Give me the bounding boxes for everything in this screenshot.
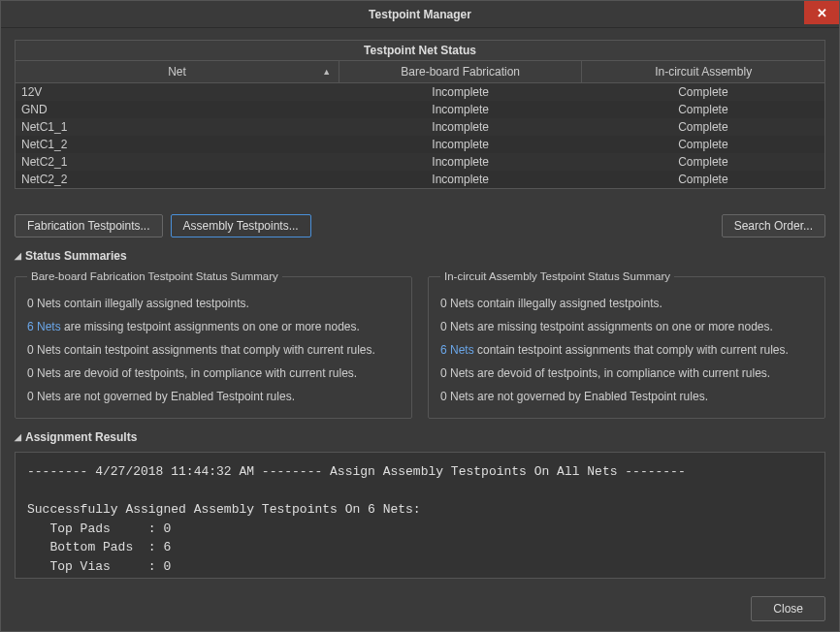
fabrication-summary-legend: Bare-board Fabrication Testpoint Status …: [27, 270, 282, 282]
cell-net: NetC2_2: [16, 171, 339, 188]
sort-asc-icon: ▲: [322, 67, 331, 77]
cell-asm: Complete: [582, 101, 824, 118]
assembly-summary-box: In-circuit Assembly Testpoint Status Sum…: [428, 270, 825, 419]
assembly-summary-line: 6 Nets contain testpoint assignments tha…: [440, 338, 813, 362]
table-row[interactable]: NetC2_1IncompleteComplete: [16, 153, 824, 171]
window-close-button[interactable]: ✕: [804, 1, 839, 24]
fabrication-summary-box: Bare-board Fabrication Testpoint Status …: [15, 270, 412, 419]
search-order-button[interactable]: Search Order...: [722, 214, 825, 237]
cell-net: NetC2_1: [16, 153, 339, 171]
assembly-summary-line: 0 Nets are not governed by Enabled Testp…: [440, 385, 813, 408]
cell-net: NetC1_2: [16, 136, 339, 153]
table-row[interactable]: NetC1_1IncompleteComplete: [16, 118, 824, 136]
summary-text: are not governed by Enabled Testpoint ru…: [61, 390, 295, 403]
collapse-icon: ◢: [15, 432, 21, 442]
net-status-table: Net ▲ Bare-board Fabrication In-circuit …: [16, 61, 824, 188]
table-row[interactable]: NetC2_2IncompleteComplete: [16, 171, 824, 188]
nets-count: 0 Nets: [27, 390, 61, 403]
cell-fab: Incomplete: [339, 153, 582, 171]
status-summaries-header[interactable]: ◢ Status Summaries: [15, 249, 825, 263]
fabrication-summary-line: 0 Nets are devoid of testpoints, in comp…: [27, 362, 400, 385]
column-header-net[interactable]: Net ▲: [16, 61, 339, 83]
cell-net: GND: [16, 101, 339, 118]
cell-fab: Incomplete: [339, 171, 582, 188]
net-status-table-wrap: Testpoint Net Status Net ▲ Bare-board Fa…: [15, 40, 825, 189]
assembly-summary-legend: In-circuit Assembly Testpoint Status Sum…: [440, 270, 674, 282]
table-row[interactable]: NetC1_2IncompleteComplete: [16, 136, 824, 153]
summary-text: are devoid of testpoints, in compliance …: [61, 366, 357, 380]
cell-net: 12V: [16, 83, 339, 102]
summary-text: are not governed by Enabled Testpoint ru…: [474, 390, 708, 403]
summary-text: are missing testpoint assignments on one…: [474, 320, 773, 333]
fabrication-summary-line: 0 Nets contain illegally assigned testpo…: [27, 292, 400, 315]
fabrication-summary-line: 0 Nets contain testpoint assignments tha…: [27, 338, 400, 362]
cell-fab: Incomplete: [339, 101, 582, 118]
column-header-assembly[interactable]: In-circuit Assembly: [582, 61, 824, 83]
nets-count: 6 Nets: [440, 343, 474, 357]
nets-count: 0 Nets: [440, 320, 474, 333]
cell-asm: Complete: [582, 118, 824, 136]
window-title: Testpoint Manager: [369, 8, 471, 21]
cell-asm: Complete: [582, 136, 824, 153]
fabrication-summary-line: 0 Nets are not governed by Enabled Testp…: [27, 385, 400, 408]
summary-text: are missing testpoint assignments on one…: [61, 320, 360, 333]
assignment-results-text[interactable]: -------- 4/27/2018 11:44:32 AM -------- …: [15, 452, 825, 579]
summary-text: contain illegally assigned testpoints.: [474, 297, 662, 310]
assembly-summary-line: 0 Nets contain illegally assigned testpo…: [440, 292, 813, 315]
nets-count: 0 Nets: [440, 390, 474, 403]
titlebar: Testpoint Manager ✕: [1, 1, 839, 28]
nets-count: 0 Nets: [27, 297, 61, 310]
cell-asm: Complete: [582, 83, 824, 102]
cell-fab: Incomplete: [339, 118, 582, 136]
toolbar-row: Fabrication Testpoints... Assembly Testp…: [15, 214, 825, 237]
assembly-summary-line: 0 Nets are missing testpoint assignments…: [440, 315, 813, 338]
nets-count: 0 Nets: [27, 343, 61, 357]
assembly-testpoints-button[interactable]: Assembly Testpoints...: [171, 214, 311, 237]
cell-net: NetC1_1: [16, 118, 339, 136]
close-button[interactable]: Close: [751, 596, 825, 621]
cell-asm: Complete: [582, 153, 824, 171]
table-row[interactable]: GNDIncompleteComplete: [16, 101, 824, 118]
column-header-fabrication[interactable]: Bare-board Fabrication: [339, 61, 582, 83]
summary-text: contain illegally assigned testpoints.: [61, 297, 249, 310]
nets-count: 0 Nets: [440, 297, 474, 310]
status-summaries-panel: Bare-board Fabrication Testpoint Status …: [15, 270, 825, 419]
cell-asm: Complete: [582, 171, 824, 188]
summary-text: are devoid of testpoints, in compliance …: [474, 366, 770, 380]
fabrication-summary-line: 6 Nets are missing testpoint assignments…: [27, 315, 400, 338]
nets-count: 6 Nets: [27, 320, 61, 333]
cell-fab: Incomplete: [339, 136, 582, 153]
content-area: Testpoint Net Status Net ▲ Bare-board Fa…: [1, 28, 839, 588]
assembly-summary-line: 0 Nets are devoid of testpoints, in comp…: [440, 362, 813, 385]
nets-count: 0 Nets: [27, 366, 61, 380]
summary-text: contain testpoint assignments that compl…: [61, 343, 375, 357]
collapse-icon: ◢: [15, 251, 21, 261]
summary-text: contain testpoint assignments that compl…: [474, 343, 789, 357]
footer: Close: [1, 588, 839, 631]
nets-count: 0 Nets: [440, 366, 474, 380]
cell-fab: Incomplete: [339, 83, 582, 102]
table-row[interactable]: 12VIncompleteComplete: [16, 83, 824, 102]
assignment-results-header[interactable]: ◢ Assignment Results: [15, 430, 825, 444]
fabrication-testpoints-button[interactable]: Fabrication Testpoints...: [15, 214, 163, 237]
close-icon: ✕: [817, 6, 827, 20]
table-title: Testpoint Net Status: [16, 41, 824, 61]
testpoint-manager-window: Testpoint Manager ✕ Testpoint Net Status…: [0, 0, 840, 632]
